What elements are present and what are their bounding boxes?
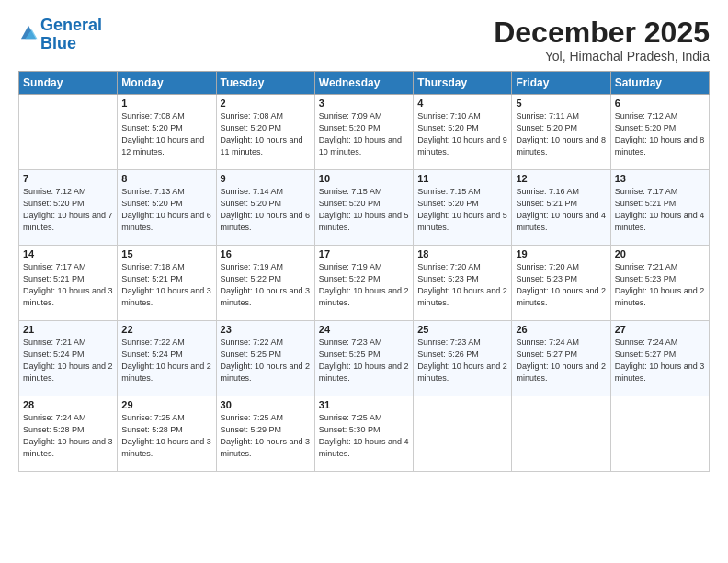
calendar-cell-w1d7: 6Sunrise: 7:12 AMSunset: 5:20 PMDaylight… [610, 95, 709, 170]
day-number: 13 [615, 173, 705, 184]
day-info: Sunrise: 7:23 AMSunset: 5:25 PMDaylight:… [319, 337, 409, 385]
day-number: 29 [121, 399, 211, 410]
day-number: 18 [417, 248, 507, 259]
day-number: 10 [319, 173, 409, 184]
location: Yol, Himachal Pradesh, India [494, 49, 710, 63]
calendar-cell-w1d5: 4Sunrise: 7:10 AMSunset: 5:20 PMDaylight… [414, 95, 512, 170]
week-row-3: 14Sunrise: 7:17 AMSunset: 5:21 PMDayligh… [19, 246, 710, 321]
weekday-header-tuesday: Tuesday [216, 72, 314, 95]
day-number: 19 [516, 248, 606, 259]
day-number: 5 [516, 98, 606, 109]
day-number: 2 [221, 98, 311, 109]
day-info: Sunrise: 7:21 AMSunset: 5:23 PMDaylight:… [615, 261, 705, 309]
month-title: December 2025 [494, 17, 710, 49]
calendar-cell-w4d5: 25Sunrise: 7:23 AMSunset: 5:26 PMDayligh… [414, 321, 512, 396]
week-row-5: 28Sunrise: 7:24 AMSunset: 5:28 PMDayligh… [19, 396, 710, 472]
day-number: 1 [121, 98, 211, 109]
calendar-cell-w4d6: 26Sunrise: 7:24 AMSunset: 5:27 PMDayligh… [512, 321, 610, 396]
calendar-cell-w2d3: 9Sunrise: 7:14 AMSunset: 5:20 PMDaylight… [216, 170, 314, 246]
day-number: 22 [121, 324, 211, 335]
weekday-header-wednesday: Wednesday [314, 72, 413, 95]
day-number: 20 [615, 248, 705, 259]
calendar-cell-w3d6: 19Sunrise: 7:20 AMSunset: 5:23 PMDayligh… [512, 246, 610, 321]
day-info: Sunrise: 7:22 AMSunset: 5:24 PMDaylight:… [121, 337, 211, 385]
calendar-cell-w1d2: 1Sunrise: 7:08 AMSunset: 5:20 PMDaylight… [118, 95, 216, 170]
day-info: Sunrise: 7:15 AMSunset: 5:20 PMDaylight:… [319, 186, 409, 234]
day-info: Sunrise: 7:16 AMSunset: 5:21 PMDaylight:… [516, 186, 606, 234]
day-number: 27 [615, 324, 705, 335]
calendar-cell-w5d7 [610, 396, 709, 472]
day-info: Sunrise: 7:09 AMSunset: 5:20 PMDaylight:… [319, 110, 409, 158]
day-info: Sunrise: 7:22 AMSunset: 5:25 PMDaylight:… [221, 337, 311, 385]
day-number: 16 [221, 248, 311, 259]
day-number: 30 [221, 399, 311, 410]
calendar-cell-w3d1: 14Sunrise: 7:17 AMSunset: 5:21 PMDayligh… [19, 246, 118, 321]
day-info: Sunrise: 7:13 AMSunset: 5:20 PMDaylight:… [121, 186, 211, 234]
day-info: Sunrise: 7:17 AMSunset: 5:21 PMDaylight:… [615, 186, 705, 234]
logo-blue: Blue [40, 35, 102, 53]
page: General Blue December 2025 Yol, Himachal… [0, 0, 728, 563]
day-number: 23 [221, 324, 311, 335]
weekday-header-row: SundayMondayTuesdayWednesdayThursdayFrid… [19, 72, 710, 95]
day-info: Sunrise: 7:15 AMSunset: 5:20 PMDaylight:… [417, 186, 507, 234]
day-number: 11 [417, 173, 507, 184]
calendar-cell-w2d6: 12Sunrise: 7:16 AMSunset: 5:21 PMDayligh… [512, 170, 610, 246]
weekday-header-thursday: Thursday [414, 72, 512, 95]
day-number: 26 [516, 324, 606, 335]
day-info: Sunrise: 7:19 AMSunset: 5:22 PMDaylight:… [221, 261, 311, 309]
calendar-cell-w3d2: 15Sunrise: 7:18 AMSunset: 5:21 PMDayligh… [118, 246, 216, 321]
calendar-cell-w2d4: 10Sunrise: 7:15 AMSunset: 5:20 PMDayligh… [314, 170, 413, 246]
day-number: 28 [23, 399, 113, 410]
calendar-cell-w2d1: 7Sunrise: 7:12 AMSunset: 5:20 PMDaylight… [19, 170, 118, 246]
day-info: Sunrise: 7:25 AMSunset: 5:29 PMDaylight:… [221, 412, 311, 460]
day-info: Sunrise: 7:20 AMSunset: 5:23 PMDaylight:… [417, 261, 507, 309]
day-info: Sunrise: 7:21 AMSunset: 5:24 PMDaylight:… [23, 337, 113, 385]
day-number: 25 [417, 324, 507, 335]
calendar-cell-w5d1: 28Sunrise: 7:24 AMSunset: 5:28 PMDayligh… [19, 396, 118, 472]
day-number: 15 [121, 248, 211, 259]
day-number: 8 [121, 173, 211, 184]
calendar-cell-w3d3: 16Sunrise: 7:19 AMSunset: 5:22 PMDayligh… [216, 246, 314, 321]
calendar-cell-w2d2: 8Sunrise: 7:13 AMSunset: 5:20 PMDaylight… [118, 170, 216, 246]
day-info: Sunrise: 7:24 AMSunset: 5:27 PMDaylight:… [516, 337, 606, 385]
logo: General Blue [18, 17, 102, 53]
day-info: Sunrise: 7:12 AMSunset: 5:20 PMDaylight:… [615, 110, 705, 158]
calendar-cell-w1d1 [19, 95, 118, 170]
logo-text: General Blue [40, 17, 102, 53]
day-info: Sunrise: 7:17 AMSunset: 5:21 PMDaylight:… [23, 261, 113, 309]
day-number: 21 [23, 324, 113, 335]
day-number: 31 [319, 399, 409, 410]
logo-icon [18, 22, 39, 42]
calendar-cell-w1d6: 5Sunrise: 7:11 AMSunset: 5:20 PMDaylight… [512, 95, 610, 170]
day-info: Sunrise: 7:20 AMSunset: 5:23 PMDaylight:… [516, 261, 606, 309]
week-row-2: 7Sunrise: 7:12 AMSunset: 5:20 PMDaylight… [19, 170, 710, 246]
calendar-cell-w2d7: 13Sunrise: 7:17 AMSunset: 5:21 PMDayligh… [610, 170, 709, 246]
calendar-cell-w1d4: 3Sunrise: 7:09 AMSunset: 5:20 PMDaylight… [314, 95, 413, 170]
day-info: Sunrise: 7:08 AMSunset: 5:20 PMDaylight:… [221, 110, 311, 158]
day-info: Sunrise: 7:08 AMSunset: 5:20 PMDaylight:… [121, 110, 211, 158]
day-info: Sunrise: 7:23 AMSunset: 5:26 PMDaylight:… [417, 337, 507, 385]
day-number: 4 [417, 98, 507, 109]
calendar-cell-w5d4: 31Sunrise: 7:25 AMSunset: 5:30 PMDayligh… [314, 396, 413, 472]
header: General Blue December 2025 Yol, Himachal… [18, 17, 710, 63]
week-row-1: 1Sunrise: 7:08 AMSunset: 5:20 PMDaylight… [19, 95, 710, 170]
calendar-cell-w3d4: 17Sunrise: 7:19 AMSunset: 5:22 PMDayligh… [314, 246, 413, 321]
day-number: 6 [615, 98, 705, 109]
day-info: Sunrise: 7:19 AMSunset: 5:22 PMDaylight:… [319, 261, 409, 309]
day-number: 14 [23, 248, 113, 259]
day-number: 9 [221, 173, 311, 184]
weekday-header-monday: Monday [118, 72, 216, 95]
calendar-cell-w2d5: 11Sunrise: 7:15 AMSunset: 5:20 PMDayligh… [414, 170, 512, 246]
calendar-cell-w3d5: 18Sunrise: 7:20 AMSunset: 5:23 PMDayligh… [414, 246, 512, 321]
day-info: Sunrise: 7:25 AMSunset: 5:28 PMDaylight:… [121, 412, 211, 460]
day-number: 7 [23, 173, 113, 184]
weekday-header-friday: Friday [512, 72, 610, 95]
day-number: 3 [319, 98, 409, 109]
day-number: 24 [319, 324, 409, 335]
title-block: December 2025 Yol, Himachal Pradesh, Ind… [494, 17, 710, 63]
logo-general: General [40, 16, 102, 34]
calendar-cell-w4d4: 24Sunrise: 7:23 AMSunset: 5:25 PMDayligh… [314, 321, 413, 396]
calendar-cell-w4d7: 27Sunrise: 7:24 AMSunset: 5:27 PMDayligh… [610, 321, 709, 396]
day-info: Sunrise: 7:24 AMSunset: 5:28 PMDaylight:… [23, 412, 113, 460]
calendar-cell-w5d5 [414, 396, 512, 472]
